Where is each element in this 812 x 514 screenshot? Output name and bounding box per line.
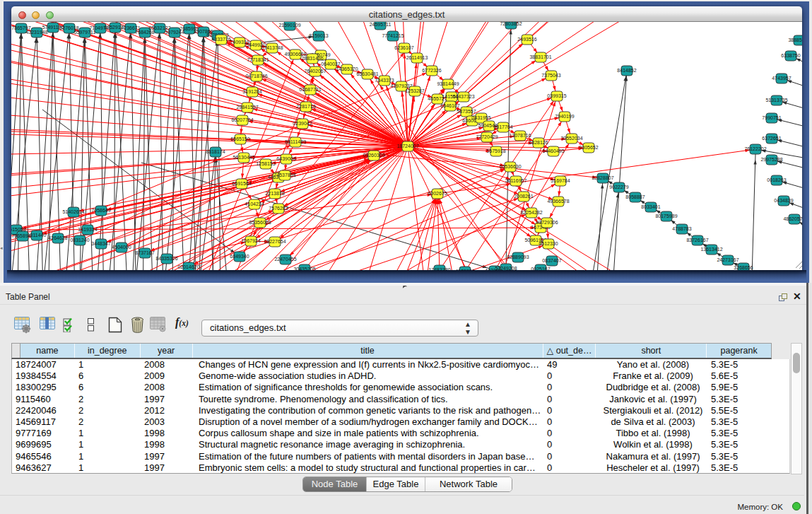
svg-text:43231948: 43231948 — [25, 30, 47, 35]
svg-text:4333776: 4333776 — [211, 37, 230, 42]
svg-text:14365370: 14365370 — [336, 66, 358, 71]
svg-text:7990751: 7990751 — [762, 115, 781, 120]
svg-text:60536630: 60536630 — [499, 164, 521, 169]
svg-text:21590109: 21590109 — [278, 23, 300, 28]
svg-text:8159013: 8159013 — [309, 33, 328, 38]
svg-text:26116957: 26116957 — [505, 178, 527, 183]
svg-text:5169784: 5169784 — [551, 178, 570, 183]
svg-text:07413748: 07413748 — [261, 45, 283, 50]
svg-text:48620579: 48620579 — [783, 216, 802, 221]
svg-text:9305652: 9305652 — [579, 145, 598, 150]
svg-text:51402614: 51402614 — [62, 209, 84, 214]
svg-text:5575918: 5575918 — [486, 148, 505, 153]
svg-text:01687731: 01687731 — [299, 87, 321, 92]
svg-text:55979711: 55979711 — [74, 30, 96, 35]
svg-text:8033401: 8033401 — [641, 204, 660, 209]
svg-text:6236107: 6236107 — [394, 45, 413, 50]
svg-text:6565150: 6565150 — [230, 136, 249, 141]
svg-text:6372651: 6372651 — [762, 136, 781, 141]
svg-text:76402067: 76402067 — [304, 69, 326, 74]
svg-text:1258153: 1258153 — [256, 161, 275, 166]
svg-text:29975288: 29975288 — [760, 157, 782, 162]
svg-text:3268656: 3268656 — [734, 265, 753, 270]
svg-text:38831701: 38831701 — [529, 54, 551, 59]
svg-text:6828126: 6828126 — [529, 140, 548, 145]
svg-text:72720429: 72720429 — [476, 134, 498, 139]
svg-text:2281718: 2281718 — [296, 104, 315, 109]
svg-text:7058649: 7058649 — [91, 208, 110, 213]
svg-text:7576283: 7576283 — [269, 206, 288, 211]
svg-text:77741215: 77741215 — [382, 33, 404, 38]
svg-text:51313735: 51313735 — [765, 98, 787, 103]
svg-text:3448347: 3448347 — [91, 241, 110, 246]
svg-text:49366578: 49366578 — [547, 199, 569, 204]
svg-text:09260309: 09260309 — [363, 153, 384, 158]
svg-text:7940199: 7940199 — [555, 114, 574, 119]
svg-text:8058887: 8058887 — [625, 194, 645, 199]
svg-text:6439008: 6439008 — [276, 156, 295, 161]
svg-text:30552034: 30552034 — [560, 136, 582, 141]
svg-text:82889093: 82889093 — [507, 255, 529, 259]
svg-text:8414852: 8414852 — [617, 68, 636, 73]
svg-text:56130445: 56130445 — [233, 155, 254, 160]
svg-text:60207764: 60207764 — [231, 117, 253, 122]
svg-text:8737167: 8737167 — [135, 250, 154, 255]
svg-text:93729306: 93729306 — [536, 220, 558, 225]
svg-text:3191284: 3191284 — [242, 89, 261, 94]
svg-text:5873557: 5873557 — [457, 109, 476, 114]
svg-text:0399315: 0399315 — [547, 93, 566, 98]
svg-text:4788783: 4788783 — [672, 226, 691, 231]
svg-text:82828807: 82828807 — [592, 175, 613, 180]
svg-text:80175989: 80175989 — [655, 214, 677, 218]
svg-text:2493516: 2493516 — [517, 37, 536, 42]
svg-text:1311440: 1311440 — [28, 233, 47, 238]
svg-text:38885393: 38885393 — [788, 37, 802, 42]
svg-text:86111489: 86111489 — [285, 139, 306, 144]
svg-text:4264628: 4264628 — [48, 235, 67, 240]
svg-text:54437323: 54437323 — [452, 94, 474, 99]
svg-text:9022279: 9022279 — [609, 185, 628, 189]
svg-text:83726167: 83726167 — [686, 238, 708, 243]
svg-text:0239042: 0239042 — [293, 121, 312, 126]
svg-text:7684268: 7684268 — [135, 30, 154, 35]
svg-text:26114913: 26114913 — [406, 55, 428, 60]
svg-text:6338750: 6338750 — [781, 53, 800, 58]
svg-text:29841537: 29841537 — [236, 105, 258, 110]
svg-text:22470455: 22470455 — [274, 257, 296, 262]
svg-text:93814449: 93814449 — [437, 81, 459, 86]
svg-text:6691564: 6691564 — [232, 181, 251, 186]
svg-text:2213878: 2213878 — [265, 191, 284, 196]
svg-text:2008261: 2008261 — [514, 194, 533, 199]
svg-text:0018263: 0018263 — [767, 177, 786, 182]
svg-text:13613412: 13613412 — [700, 247, 722, 252]
svg-text:28831436: 28831436 — [301, 56, 323, 61]
svg-text:4504000: 4504000 — [112, 245, 131, 250]
svg-text:6546107: 6546107 — [440, 103, 459, 108]
svg-text:82254282: 82254282 — [520, 210, 542, 215]
svg-text:24595711: 24595711 — [370, 22, 392, 27]
svg-text:0837407: 0837407 — [542, 258, 561, 263]
svg-text:4104234: 4104234 — [245, 201, 264, 206]
svg-text:4743957: 4743957 — [772, 76, 791, 81]
svg-text:02014620: 02014620 — [177, 264, 199, 269]
svg-text:72803852: 72803852 — [500, 22, 522, 26]
svg-text:84335326: 84335326 — [155, 256, 177, 261]
svg-text:85356068: 85356068 — [249, 220, 271, 225]
svg-text:24273167: 24273167 — [717, 257, 739, 262]
svg-text:0434839: 0434839 — [774, 198, 793, 203]
svg-text:0831240: 0831240 — [70, 238, 89, 243]
svg-text:0431955: 0431955 — [471, 115, 490, 120]
svg-text:7343373: 7343373 — [375, 78, 394, 83]
svg-text:7375043: 7375043 — [541, 73, 560, 78]
svg-text:74537838: 74537838 — [273, 173, 295, 177]
svg-text:8818174: 8818174 — [206, 149, 225, 154]
svg-text:6772326: 6772326 — [422, 68, 441, 73]
svg-text:04718746: 04718746 — [245, 74, 267, 78]
svg-text:6849340: 6849340 — [230, 254, 249, 259]
svg-text:13078716: 13078716 — [509, 133, 531, 138]
svg-text:08227654: 08227654 — [264, 239, 286, 244]
svg-text:64460495: 64460495 — [542, 148, 564, 153]
svg-text:0317764: 0317764 — [493, 124, 512, 129]
svg-text:6002675: 6002675 — [428, 191, 447, 196]
svg-text:77718341: 77718341 — [247, 57, 269, 62]
